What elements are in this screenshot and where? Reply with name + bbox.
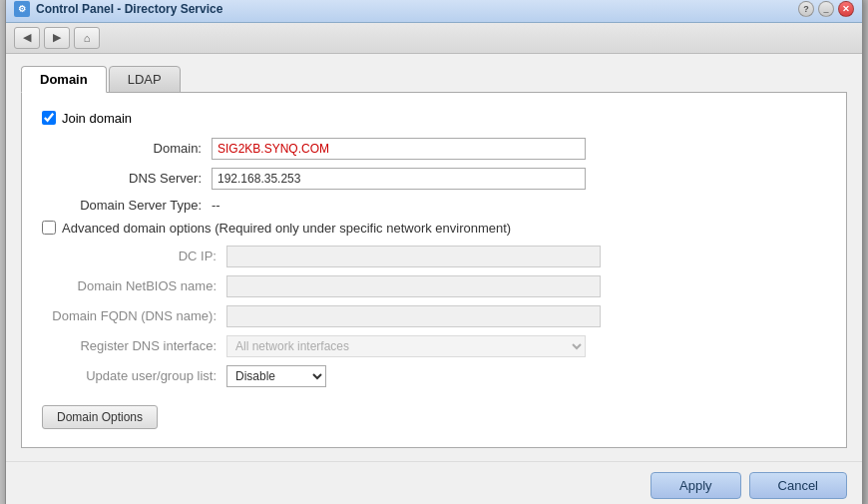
tab-domain[interactable]: Domain (21, 66, 107, 93)
domain-server-type-label: Domain Server Type: (42, 198, 212, 213)
domain-server-type-row: Domain Server Type: -- (42, 198, 826, 213)
dc-ip-label: DC IP: (42, 249, 226, 263)
minimize-button[interactable]: _ (818, 1, 834, 17)
domain-input[interactable] (212, 138, 586, 160)
dc-ip-row: DC IP: (42, 246, 826, 267)
update-user-select[interactable]: Disable Enable (226, 365, 326, 387)
toolbar: ◀ ▶ ⌂ (6, 23, 862, 54)
titlebar: ⚙ Control Panel - Directory Service ? _ … (6, 0, 862, 23)
advanced-options-checkbox[interactable] (42, 221, 56, 235)
titlebar-left: ⚙ Control Panel - Directory Service (14, 1, 222, 17)
domain-options-button[interactable]: Domain Options (42, 405, 158, 429)
register-dns-label: Register DNS interface: (42, 338, 226, 353)
dns-server-label: DNS Server: (42, 171, 212, 186)
domain-tab-content: Join domain Domain: DNS Server: Domain S… (21, 92, 847, 448)
forward-button[interactable]: ▶ (44, 27, 70, 49)
update-user-row: Update user/group list: Disable Enable (42, 365, 826, 387)
tab-bar: Domain LDAP (21, 66, 847, 93)
join-domain-label: Join domain (62, 111, 132, 126)
main-window: ⚙ Control Panel - Directory Service ? _ … (5, 0, 863, 504)
titlebar-controls: ? _ ✕ (798, 1, 854, 17)
cancel-button[interactable]: Cancel (749, 472, 847, 499)
dns-server-field-row: DNS Server: (42, 168, 826, 190)
domain-label: Domain: (42, 141, 212, 156)
register-dns-dropdown-container: All network interfaces LAN 1 LAN 2 (226, 335, 586, 357)
fqdn-label: Domain FQDN (DNS name): (42, 308, 226, 323)
dns-server-input[interactable] (212, 168, 586, 190)
footer: Apply Cancel (6, 461, 862, 505)
update-user-label: Update user/group list: (42, 368, 226, 383)
apply-button[interactable]: Apply (651, 472, 741, 499)
domain-field-row: Domain: (42, 138, 826, 160)
window-title: Control Panel - Directory Service (36, 2, 222, 16)
app-icon: ⚙ (14, 1, 30, 17)
close-button[interactable]: ✕ (838, 1, 854, 17)
domain-server-type-value: -- (212, 198, 220, 213)
advanced-options-row: Advanced domain options (Required only u… (42, 221, 826, 236)
advanced-options-label: Advanced domain options (Required only u… (62, 221, 511, 236)
join-domain-row: Join domain (42, 111, 826, 126)
register-dns-select[interactable]: All network interfaces LAN 1 LAN 2 (226, 335, 586, 357)
help-button[interactable]: ? (798, 1, 814, 17)
fqdn-input[interactable] (226, 305, 601, 327)
netbios-input[interactable] (226, 275, 601, 297)
netbios-row: Domain NetBIOS name: (42, 275, 826, 297)
join-domain-checkbox[interactable] (42, 111, 56, 125)
dc-ip-input[interactable] (226, 246, 601, 267)
content-area: Domain LDAP Join domain Domain: DNS Serv… (6, 54, 862, 461)
fqdn-row: Domain FQDN (DNS name): (42, 305, 826, 327)
back-button[interactable]: ◀ (14, 27, 40, 49)
tab-ldap[interactable]: LDAP (109, 66, 181, 93)
netbios-label: Domain NetBIOS name: (42, 278, 226, 293)
home-button[interactable]: ⌂ (74, 27, 100, 49)
register-dns-row: Register DNS interface: All network inte… (42, 335, 826, 357)
